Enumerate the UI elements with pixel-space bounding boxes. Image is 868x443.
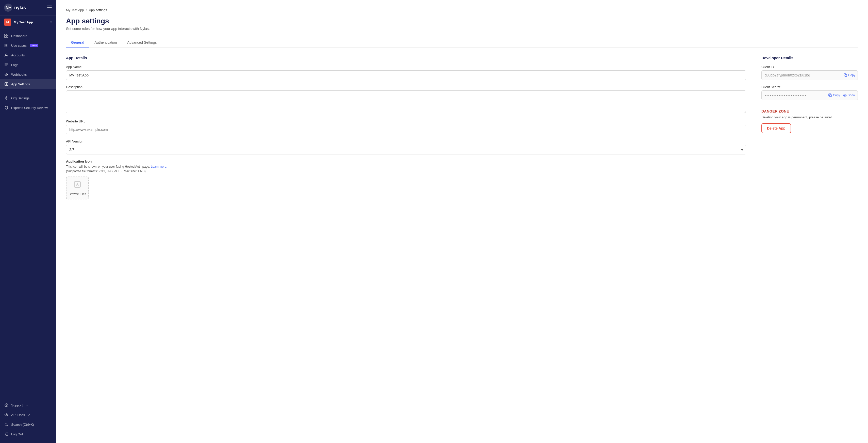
svg-rect-13 [5, 83, 8, 86]
upload-icon [73, 180, 82, 190]
svg-rect-4 [47, 9, 52, 9]
client-id-field-group: Client ID Copy [762, 65, 858, 80]
form-layout: App Details App Name Description Website… [66, 56, 858, 206]
app-icon-description: This icon will be shown on your user-fac… [66, 164, 746, 174]
delete-app-button[interactable]: Delete App [762, 123, 791, 134]
sidebar-item-support[interactable]: Support ↗ [0, 400, 56, 410]
api-docs-icon [4, 413, 9, 417]
sidebar-item-webhooks[interactable]: Webhooks [0, 69, 56, 79]
danger-zone: DANGER ZONE Deleting your app is permane… [762, 109, 858, 134]
copy-client-id-button[interactable]: Copy [844, 73, 855, 77]
sidebar-item-search[interactable]: Search (Ctrl+K) [0, 420, 56, 429]
client-secret-copy-field: Copy Show [762, 90, 858, 100]
external-link-icon: ↗ [28, 414, 30, 416]
breadcrumb-parent: My Test App [66, 8, 84, 12]
sidebar-item-accounts[interactable]: Accounts [0, 50, 56, 60]
logout-icon [4, 432, 9, 436]
app-icon-desc-formats: (Supported file formats: PNG, JPG, or TI… [66, 170, 147, 173]
sidebar-nav: Dashboard Use cases Beta Accounts Logs [0, 29, 56, 398]
tab-advanced-settings[interactable]: Advanced Settings [122, 38, 162, 48]
danger-zone-title: DANGER ZONE [762, 109, 858, 113]
sidebar-item-api-docs[interactable]: API Docs ↗ [0, 410, 56, 420]
sidebar-item-label: Accounts [11, 53, 25, 57]
client-secret-field-group: Client Secret Copy Show [762, 85, 858, 100]
api-version-label: API Version [66, 140, 746, 143]
app-details-title: App Details [66, 56, 746, 60]
secret-actions: Copy Show [828, 93, 855, 97]
org-settings-icon [4, 96, 9, 100]
app-icon-label: Application Icon [66, 159, 746, 163]
api-version-field-group: API Version 2.7 3.0 ▾ [66, 140, 746, 154]
copy-client-secret-button[interactable]: Copy [828, 93, 840, 97]
show-client-secret-button[interactable]: Show [843, 93, 855, 97]
tabs-bar: General Authentication Advanced Settings [66, 38, 858, 48]
svg-rect-20 [845, 75, 847, 77]
sidebar-footer: Support ↗ API Docs ↗ Search (Ctrl+K) Log… [0, 398, 56, 443]
sidebar-item-express-security[interactable]: Express Security Review [0, 103, 56, 113]
sidebar-item-label: Log Out [11, 432, 23, 436]
description-label: Description [66, 85, 746, 89]
show-label: Show [848, 93, 855, 97]
logs-icon [4, 62, 9, 67]
svg-rect-21 [830, 94, 832, 96]
webhooks-icon [4, 72, 9, 77]
svg-point-11 [5, 74, 6, 75]
page-title: App settings [66, 17, 858, 25]
svg-rect-3 [47, 7, 52, 8]
sidebar-item-dashboard[interactable]: Dashboard [0, 31, 56, 41]
sidebar-item-label: Org Settings [11, 96, 29, 100]
nylas-logo: nylas [4, 4, 26, 12]
client-secret-label: Client Secret [762, 85, 858, 89]
sidebar-item-app-settings[interactable]: App Settings [0, 79, 56, 89]
browse-files-label: Browse Files [69, 192, 86, 196]
website-url-input[interactable] [66, 125, 746, 135]
api-version-select-wrapper: 2.7 3.0 ▾ [66, 145, 746, 154]
copy-label: Copy [848, 73, 855, 77]
svg-point-10 [6, 54, 7, 55]
app-name-label: App Name [66, 65, 746, 69]
external-link-icon: ↗ [26, 404, 28, 407]
app-icon-desc-text: This icon will be shown on your user-fac… [66, 165, 150, 169]
description-textarea[interactable] [66, 90, 746, 113]
beta-badge: Beta [30, 44, 38, 47]
app-icon-section: Application Icon This icon will be shown… [66, 159, 746, 199]
svg-point-14 [6, 84, 7, 85]
tab-authentication[interactable]: Authentication [89, 38, 122, 48]
danger-zone-desc: Deleting your app is permanent, please b… [762, 115, 858, 119]
svg-point-1 [9, 7, 11, 8]
sidebar-item-org-settings[interactable]: Org Settings [0, 93, 56, 103]
breadcrumb: My Test App / App settings [66, 8, 858, 12]
svg-point-22 [844, 95, 845, 96]
app-name-field-group: App Name [66, 65, 746, 80]
copy-secret-label: Copy [833, 93, 840, 97]
learn-more-link[interactable]: Learn more. [151, 165, 167, 169]
main-content: My Test App / App settings App settings … [56, 0, 868, 443]
security-icon [4, 106, 9, 110]
description-field-group: Description [66, 85, 746, 114]
app-selector[interactable]: M My Test App ▾ [0, 16, 56, 29]
sidebar-item-label: Dashboard [11, 34, 27, 38]
file-dropzone[interactable]: Browse Files [66, 177, 89, 199]
sidebar-item-use-cases[interactable]: Use cases Beta [0, 41, 56, 50]
breadcrumb-current: App settings [89, 8, 107, 12]
hamburger-icon[interactable] [47, 5, 52, 10]
support-icon [4, 403, 9, 408]
api-version-select[interactable]: 2.7 3.0 [66, 145, 746, 154]
sidebar-item-logs[interactable]: Logs [0, 60, 56, 69]
breadcrumb-separator: / [86, 8, 87, 12]
app-name-input[interactable] [66, 70, 746, 80]
svg-point-17 [6, 406, 7, 407]
developer-details-section: Developer Details Client ID Copy Client … [762, 56, 858, 206]
svg-rect-5 [5, 34, 6, 35]
app-details-section: App Details App Name Description Website… [66, 56, 746, 206]
client-id-label: Client ID [762, 65, 858, 69]
website-url-label: Website URL [66, 119, 746, 123]
sidebar-item-label: Use cases [11, 44, 27, 48]
svg-rect-6 [7, 34, 8, 35]
dashboard-icon [4, 33, 9, 38]
sidebar-item-label: Search (Ctrl+K) [11, 423, 34, 426]
svg-rect-7 [5, 36, 6, 38]
sidebar-item-logout[interactable]: Log Out [0, 429, 56, 439]
tab-general[interactable]: General [66, 38, 89, 48]
sidebar-item-label: Webhooks [11, 72, 27, 77]
